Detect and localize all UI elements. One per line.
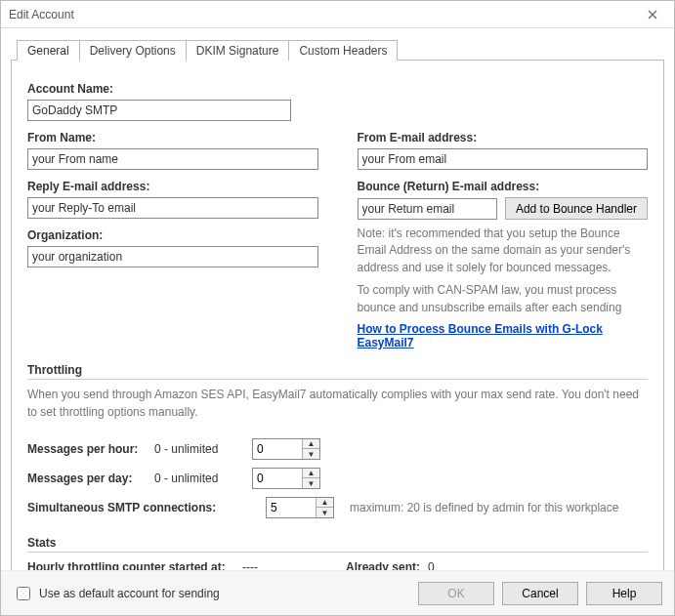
messages-per-hour-hint: 0 - unlimited	[154, 442, 252, 456]
bounce-help-link[interactable]: How to Process Bounce Emails with G-Lock…	[358, 322, 649, 349]
reply-email-label: Reply E-mail address:	[27, 180, 318, 193]
throttling-title: Throttling	[27, 363, 648, 377]
divider	[27, 379, 648, 380]
throttling-description: When you send through Amazon SES API, Ea…	[27, 386, 648, 421]
messages-per-day-input[interactable]	[253, 469, 302, 488]
from-name-label: From Name:	[27, 131, 318, 144]
tab-delivery-options[interactable]: Delivery Options	[80, 40, 187, 61]
divider	[27, 552, 648, 553]
window-title: Edit Account	[9, 8, 74, 21]
organization-input[interactable]	[27, 246, 318, 267]
tab-dkim-signature[interactable]: DKIM Signature	[187, 40, 290, 61]
default-account-checkbox-label[interactable]: Use as default account for sending	[13, 584, 220, 603]
tab-general[interactable]: General	[17, 40, 80, 61]
messages-per-day-spinner[interactable]: ▲▼	[252, 468, 320, 489]
add-bounce-handler-button[interactable]: Add to Bounce Handler	[505, 197, 648, 220]
organization-label: Organization:	[27, 228, 318, 242]
bounce-email-input[interactable]	[358, 198, 497, 220]
from-email-input[interactable]	[358, 148, 649, 170]
default-account-text: Use as default account for sending	[39, 587, 220, 600]
smtp-connections-spinner[interactable]: ▲▼	[266, 497, 334, 518]
default-account-checkbox[interactable]	[17, 587, 30, 600]
help-button[interactable]: Help	[586, 582, 662, 605]
spin-down-icon[interactable]: ▼	[303, 478, 319, 488]
close-icon	[648, 10, 657, 20]
title-bar: Edit Account	[1, 1, 674, 28]
spin-down-icon[interactable]: ▼	[316, 508, 333, 517]
spin-up-icon[interactable]: ▲	[303, 469, 319, 479]
cancel-button[interactable]: Cancel	[502, 582, 578, 605]
stats-title: Stats	[27, 536, 648, 550]
from-email-label: From E-mail address:	[358, 131, 649, 144]
messages-per-hour-label: Messages per hour:	[27, 442, 154, 456]
tab-panel-general: Account Name: From Name: Reply E-mail ad…	[11, 60, 664, 572]
reply-email-input[interactable]	[27, 197, 318, 219]
dialog-footer: Use as default account for sending OK Ca…	[1, 570, 674, 615]
tab-strip: General Delivery Options DKIM Signature …	[17, 38, 664, 60]
dialog-content: General Delivery Options DKIM Signature …	[1, 28, 674, 572]
smtp-connections-input[interactable]	[267, 498, 316, 517]
bounce-note-2: To comply with CAN-SPAM law, you must pr…	[358, 282, 649, 316]
messages-per-hour-input[interactable]	[253, 439, 302, 459]
account-name-label: Account Name:	[27, 82, 648, 96]
messages-per-day-hint: 0 - unlimited	[154, 472, 252, 485]
account-name-input[interactable]	[27, 100, 291, 121]
tab-custom-headers[interactable]: Custom Headers	[289, 40, 398, 61]
messages-per-day-label: Messages per day:	[27, 472, 154, 485]
bounce-email-label: Bounce (Return) E-mail address:	[358, 180, 649, 193]
smtp-connections-max-note: maximum: 20 is defined by admin for this…	[350, 501, 618, 514]
ok-button[interactable]: OK	[418, 582, 494, 605]
from-name-input[interactable]	[27, 148, 318, 170]
spin-down-icon[interactable]: ▼	[303, 449, 319, 459]
messages-per-hour-spinner[interactable]: ▲▼	[252, 438, 320, 460]
bounce-note-1: Note: it's recommended that you setup th…	[358, 226, 649, 276]
close-button[interactable]	[635, 4, 670, 25]
spin-up-icon[interactable]: ▲	[303, 439, 319, 450]
smtp-connections-label: Simultaneous SMTP connections:	[27, 501, 266, 514]
spin-up-icon[interactable]: ▲	[316, 498, 333, 509]
